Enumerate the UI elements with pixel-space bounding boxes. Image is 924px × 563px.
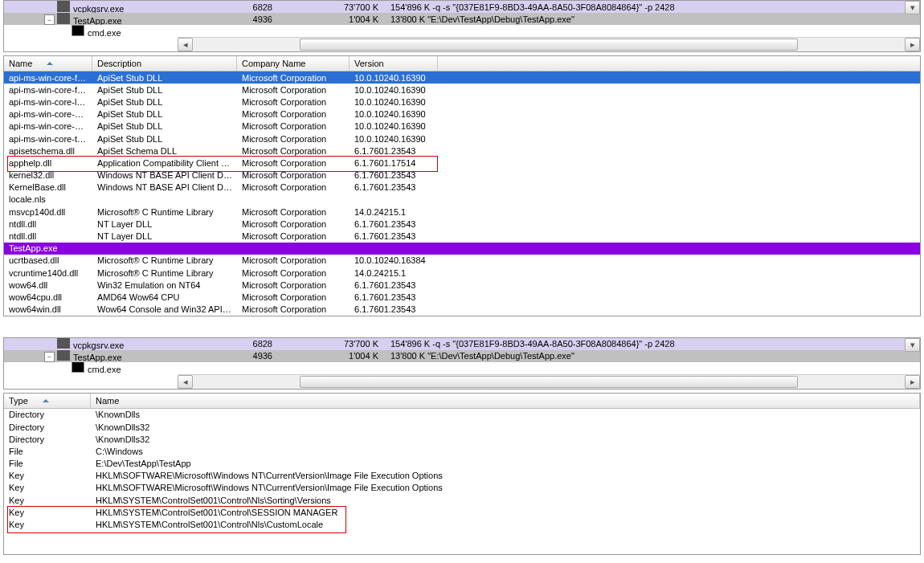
module-desc: Microsoft® C Runtime Library xyxy=(92,255,237,265)
handles-body[interactable]: Directory\KnownDllsDirectory\KnownDlls32… xyxy=(4,409,920,531)
module-row[interactable]: api-ms-win-core-file-l...ApiSet Stub DLL… xyxy=(4,84,920,96)
module-row[interactable]: ntdll.dllNT Layer DLLMicrosoft Corporati… xyxy=(4,218,920,230)
module-row[interactable]: api-ms-win-core-syn...ApiSet Stub DLLMic… xyxy=(4,120,920,133)
module-row[interactable]: api-ms-win-core-pro...ApiSet Stub DLLMic… xyxy=(4,108,920,120)
module-row[interactable]: TestApp.exe xyxy=(4,243,920,255)
handle-type: Key xyxy=(4,483,91,492)
module-row[interactable]: ntdll.dllNT Layer DLLMicrosoft Corporati… xyxy=(4,230,920,242)
handle-name: E:\Dev\TestApp\TestApp xyxy=(91,459,920,468)
module-row[interactable]: KernelBase.dllWindows NT BASE API Client… xyxy=(4,182,920,194)
module-co: Microsoft Corporation xyxy=(237,73,350,83)
scroll-left-button-2[interactable]: ◂ xyxy=(178,375,193,389)
process-name: TestApp.exe xyxy=(4,350,178,362)
handle-row[interactable]: FileE:\Dev\TestApp\TestApp xyxy=(4,458,920,470)
scroll-right-button-2[interactable]: ▸ xyxy=(905,375,920,389)
process-pid: 6828 xyxy=(178,339,280,349)
module-ver: 10.0.10240.16390 xyxy=(350,109,438,119)
module-desc: Windows NT BASE API Client DLL xyxy=(92,170,237,180)
hscrollbar[interactable]: ◂ ▸ xyxy=(178,37,920,51)
module-co: Microsoft Corporation xyxy=(237,158,350,168)
module-row[interactable]: ucrtbased.dllMicrosoft® C Runtime Librar… xyxy=(4,255,920,267)
process-row[interactable]: cmd.exe xyxy=(4,25,920,37)
module-co: Microsoft Corporation xyxy=(237,268,350,278)
process-ws: 1'004 K xyxy=(280,351,386,361)
col-hname-header[interactable]: Name xyxy=(91,394,920,408)
col-version-header[interactable]: Version xyxy=(350,56,438,71)
handle-row[interactable]: FileC:\Windows xyxy=(4,445,920,457)
process-cmd: 13'800 K "E:\Dev\TestApp\Debug\TestApp.e… xyxy=(386,351,920,361)
scroll-track-2[interactable] xyxy=(193,376,905,388)
module-name: locale.nls xyxy=(4,194,92,204)
module-row[interactable]: wow64cpu.dllAMD64 Wow64 CPUMicrosoft Cor… xyxy=(4,291,920,303)
module-name: api-ms-win-core-syn... xyxy=(4,121,92,131)
process-tree-panel: vcpkgsrv.exe682873'700 K154'896 K -q -s … xyxy=(3,0,921,52)
scroll-thumb[interactable] xyxy=(300,39,798,51)
terminal-icon xyxy=(72,362,84,373)
handle-row[interactable]: KeyHKLM\SOFTWARE\Microsoft\Windows NT\Cu… xyxy=(4,482,920,494)
handle-row[interactable]: Directory\KnownDlls32 xyxy=(4,433,920,445)
app-icon xyxy=(57,1,70,12)
module-row[interactable]: api-ms-win-core-time...ApiSet Stub DLLMi… xyxy=(4,133,920,145)
handle-row[interactable]: KeyHKLM\SOFTWARE\Microsoft\Windows NT\Cu… xyxy=(4,470,920,482)
module-row[interactable]: vcruntime140d.dllMicrosoft® C Runtime Li… xyxy=(4,267,920,279)
process-row[interactable]: vcpkgsrv.exe682873'700 K154'896 K -q -s … xyxy=(4,338,920,350)
process-tree-2[interactable]: vcpkgsrv.exe682873'700 K154'896 K -q -s … xyxy=(4,338,920,374)
process-row[interactable]: vcpkgsrv.exe682873'700 K154'896 K -q -s … xyxy=(4,1,920,13)
module-ver: 6.1.7601.23543 xyxy=(350,292,438,302)
handle-row[interactable]: Directory\KnownDlls xyxy=(4,409,920,421)
process-ws: 1'004 K xyxy=(280,14,386,24)
module-row[interactable]: wow64.dllWin32 Emulation on NT64Microsof… xyxy=(4,279,920,291)
modules-body[interactable]: api-ms-win-core-file-l...ApiSet Stub DLL… xyxy=(4,71,920,316)
module-desc: ApiSet Stub DLL xyxy=(92,134,237,144)
modules-panel: Name Description Company Name Version ap… xyxy=(3,55,921,316)
module-co: Microsoft Corporation xyxy=(237,134,350,144)
module-co: Microsoft Corporation xyxy=(237,182,350,192)
vscroll-down-button[interactable]: ▾ xyxy=(905,1,920,14)
module-row[interactable]: locale.nls xyxy=(4,194,920,206)
module-ver: 10.0.10240.16390 xyxy=(350,73,438,83)
col-description-header[interactable]: Description xyxy=(92,56,237,71)
hscrollbar-2[interactable]: ◂ ▸ xyxy=(178,374,920,389)
scroll-thumb-2[interactable] xyxy=(300,376,798,388)
module-row[interactable]: apisetschema.dllApiSet Schema DLLMicroso… xyxy=(4,145,920,157)
module-name: wow64cpu.dll xyxy=(4,292,92,302)
process-row[interactable]: TestApp.exe49361'004 K13'800 K "E:\Dev\T… xyxy=(4,350,920,362)
scroll-left-button[interactable]: ◂ xyxy=(178,38,193,51)
module-desc: Wow64 Console and Win32 API L... xyxy=(92,304,237,314)
module-name: TestApp.exe xyxy=(4,243,92,253)
scroll-track[interactable] xyxy=(193,39,905,51)
module-name: api-ms-win-core-pro... xyxy=(4,109,92,119)
module-row[interactable]: api-ms-win-core-file-l...ApiSet Stub DLL… xyxy=(4,71,920,84)
vscroll-down-button-2[interactable]: ▾ xyxy=(905,338,920,352)
module-co: Microsoft Corporation xyxy=(237,219,350,229)
tree-collapse-button[interactable]: − xyxy=(44,352,55,362)
scroll-right-button[interactable]: ▸ xyxy=(905,38,920,51)
process-name: vcpkgsrv.exe xyxy=(4,1,178,13)
col-name-header[interactable]: Name xyxy=(4,56,92,71)
module-ver: 10.0.10240.16390 xyxy=(350,134,438,144)
module-ver: 10.0.10240.16390 xyxy=(350,85,438,95)
handle-row[interactable]: Directory\KnownDlls32 xyxy=(4,421,920,433)
process-tree[interactable]: vcpkgsrv.exe682873'700 K154'896 K -q -s … xyxy=(4,1,920,37)
module-row[interactable]: wow64win.dllWow64 Console and Win32 API … xyxy=(4,304,920,316)
module-row[interactable]: kernel32.dllWindows NT BASE API Client D… xyxy=(4,169,920,182)
process-ws: 73'700 K xyxy=(280,339,386,349)
col-type-header[interactable]: Type xyxy=(4,394,91,408)
process-pid: 4936 xyxy=(178,351,280,361)
module-desc: Microsoft® C Runtime Library xyxy=(92,207,237,217)
handle-row[interactable]: KeyHKLM\SYSTEM\ControlSet001\Control\SES… xyxy=(4,506,920,518)
module-row[interactable]: api-ms-win-core-loc...ApiSet Stub DLLMic… xyxy=(4,96,920,108)
handle-name: HKLM\SYSTEM\ControlSet001\Control\Nls\Cu… xyxy=(91,520,920,529)
module-co: Microsoft Corporation xyxy=(237,121,350,131)
module-co: Microsoft Corporation xyxy=(237,304,350,314)
handle-type: Key xyxy=(4,496,91,505)
handle-row[interactable]: KeyHKLM\SYSTEM\ControlSet001\Control\Nls… xyxy=(4,494,920,506)
module-co: Microsoft Corporation xyxy=(237,170,350,180)
tree-collapse-button[interactable]: − xyxy=(44,14,55,25)
module-row[interactable]: apphelp.dllApplication Compatibility Cli… xyxy=(4,157,920,169)
handle-row[interactable]: KeyHKLM\SYSTEM\ControlSet001\Control\Nls… xyxy=(4,518,920,530)
module-row[interactable]: msvcp140d.dllMicrosoft® C Runtime Librar… xyxy=(4,206,920,218)
process-row[interactable]: cmd.exe xyxy=(4,362,920,374)
col-company-header[interactable]: Company Name xyxy=(237,56,350,71)
process-row[interactable]: TestApp.exe49361'004 K13'800 K "E:\Dev\T… xyxy=(4,13,920,25)
